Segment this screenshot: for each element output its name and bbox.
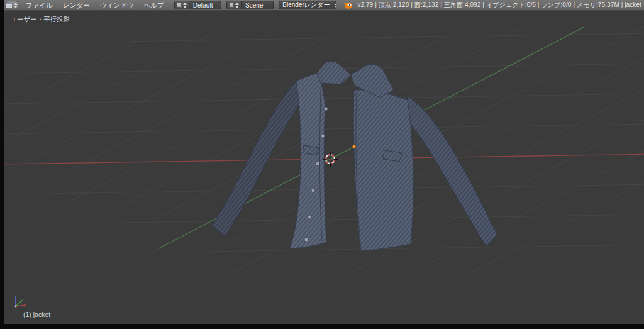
menu-render[interactable]: レンダー <box>58 0 95 11</box>
viewport-scene <box>4 11 644 324</box>
scene-selector: Scene + ✕ <box>226 1 274 9</box>
info-header: ファイル レンダー ウィンドウ ヘルプ Default + ✕ <box>4 0 644 11</box>
menu-file[interactable]: ファイル <box>21 0 58 11</box>
chevron-updown-icon <box>183 3 187 8</box>
menu-bar: ファイル レンダー ウィンドウ ヘルプ <box>21 0 169 11</box>
render-engine-selector[interactable]: Blenderレンダー <box>279 1 336 9</box>
chevron-updown-icon <box>235 3 239 8</box>
screen-layout-browse-button[interactable] <box>175 1 189 9</box>
axis-y-line <box>102 23 591 278</box>
chevron-updown-icon <box>14 3 18 8</box>
screen-layout-selector: Default + ✕ <box>174 1 221 9</box>
scene-icon <box>229 3 234 8</box>
menu-window[interactable]: ウィンドウ <box>95 0 139 11</box>
blender-window: ファイル レンダー ウィンドウ ヘルプ Default + ✕ <box>0 0 644 329</box>
status-stats: v2.79 | 頂点:2,128 | 面:2,132 | 三角面:4,092 |… <box>357 1 641 9</box>
menu-help[interactable]: ヘルプ <box>138 0 169 11</box>
render-engine-value: Blenderレンダー <box>282 1 330 9</box>
editor-type-selector[interactable] <box>6 1 18 9</box>
chevron-updown-icon <box>335 3 336 8</box>
mini-axis-gizmo <box>7 291 32 313</box>
viewport-3d[interactable]: ユーザー・平行投影 (1) jacket <box>4 11 644 324</box>
jacket-object[interactable] <box>212 61 497 251</box>
info-editor-icon <box>6 3 12 8</box>
screen-layout-value[interactable]: Default <box>189 1 221 9</box>
active-object-label: (1) jacket <box>23 311 50 318</box>
view-name-label: ユーザー・平行投影 <box>10 15 70 24</box>
scene-value[interactable]: Scene <box>242 1 274 9</box>
object-origin-dot <box>352 145 355 148</box>
scene-browse-button[interactable] <box>227 1 242 9</box>
blender-logo <box>343 0 353 10</box>
screen-layout-icon <box>177 3 182 8</box>
